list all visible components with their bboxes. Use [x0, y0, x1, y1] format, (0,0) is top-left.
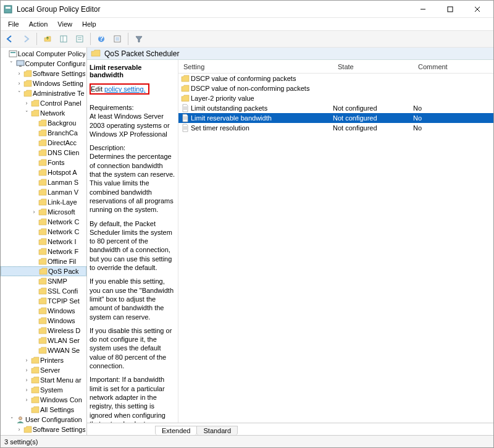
- tree-item[interactable]: ›Control Panel: [1, 98, 86, 108]
- close-button[interactable]: [464, 1, 491, 18]
- expand-icon[interactable]: ˅: [15, 90, 23, 96]
- help-button[interactable]: ?: [94, 32, 108, 46]
- list-row[interactable]: Layer-2 priority value: [178, 93, 493, 103]
- list-row[interactable]: DSCP value of conforming packets: [178, 74, 493, 83]
- cell-setting: DSCP value of conforming packets: [190, 75, 333, 82]
- tree-item[interactable]: SNMP: [1, 276, 86, 286]
- tree-item-label: Link-Laye: [48, 198, 77, 206]
- expand-icon[interactable]: ˅: [23, 110, 30, 116]
- expand-icon[interactable]: ›: [23, 377, 30, 383]
- tree-item[interactable]: Network C: [1, 227, 86, 237]
- tree-item[interactable]: ›Printers: [1, 355, 86, 365]
- folder-icon: [30, 366, 40, 374]
- list-row[interactable]: Set timer resolutionNot configuredNo: [178, 123, 493, 133]
- list-header: Setting State Comment: [178, 60, 493, 74]
- tree-item[interactable]: ›Windows Con: [1, 395, 86, 405]
- tree-item-label: DNS Clien: [48, 149, 79, 156]
- refresh-button[interactable]: [111, 32, 124, 46]
- menu-file[interactable]: File: [3, 19, 24, 29]
- tree-item[interactable]: ˅Computer Configura: [1, 59, 86, 69]
- tree-item[interactable]: Windows: [1, 316, 86, 326]
- menu-action[interactable]: Action: [24, 19, 53, 29]
- expand-icon[interactable]: ›: [15, 80, 23, 87]
- tree-item-label: SNMP: [48, 277, 67, 285]
- svg-rect-6: [61, 36, 67, 42]
- tree-item[interactable]: Lanman S: [1, 177, 86, 187]
- tab-standard[interactable]: Standard: [196, 426, 238, 435]
- tree-item[interactable]: All Settings: [1, 405, 86, 415]
- tab-extended[interactable]: Extended: [155, 426, 197, 435]
- tree-item[interactable]: Network F: [1, 247, 86, 256]
- expand-icon[interactable]: ›: [23, 357, 30, 363]
- expand-icon[interactable]: ›: [30, 209, 38, 215]
- menu-help[interactable]: Help: [77, 19, 101, 29]
- tree-item[interactable]: ›Start Menu ar: [1, 375, 86, 385]
- tree-item[interactable]: Network I: [1, 237, 86, 247]
- tree-item[interactable]: TCPIP Set: [1, 296, 86, 306]
- minimize-button[interactable]: [409, 1, 437, 18]
- tree-item[interactable]: Lanman V: [1, 187, 86, 197]
- expand-icon[interactable]: ›: [23, 387, 30, 393]
- cell-setting: Set timer resolution: [190, 124, 333, 132]
- tree-item[interactable]: ˅User Configuration: [1, 415, 86, 425]
- expand-icon[interactable]: ›: [23, 367, 30, 373]
- folder-icon: [38, 336, 48, 345]
- tree-item[interactable]: ›Windows Setting: [1, 78, 86, 88]
- tree-item[interactable]: ˅Administrative Te: [1, 88, 86, 98]
- tree-item[interactable]: Backgrou: [1, 118, 86, 128]
- edit-policy-link[interactable]: policy setting.: [104, 85, 146, 93]
- tree-item[interactable]: ›Software Settings: [1, 69, 86, 78]
- tree-item[interactable]: QoS Pack: [1, 266, 86, 276]
- tree-item[interactable]: Network C: [1, 217, 86, 227]
- toolbar-divider: [36, 33, 37, 45]
- back-button[interactable]: [3, 32, 17, 46]
- list-row[interactable]: DSCP value of non-conforming packets: [178, 83, 493, 93]
- tree-item[interactable]: Offline Fil: [1, 256, 86, 266]
- svg-rect-14: [115, 37, 119, 41]
- expand-icon[interactable]: ›: [15, 426, 23, 433]
- tree-item[interactable]: ›Microsoft: [1, 207, 86, 217]
- tree-item-label: Local Computer Policy: [18, 50, 85, 57]
- expand-icon[interactable]: ›: [23, 100, 30, 106]
- maximize-button[interactable]: [437, 1, 464, 18]
- folder-icon: [38, 267, 48, 276]
- tree-item[interactable]: Local Computer Policy: [1, 49, 86, 59]
- properties-button[interactable]: [73, 32, 86, 46]
- tree-item[interactable]: Windows: [1, 306, 86, 316]
- tree-item[interactable]: ›Software Settings: [1, 425, 86, 434]
- menu-view[interactable]: View: [52, 19, 77, 29]
- tree-item[interactable]: BranchCa: [1, 128, 86, 138]
- expand-icon[interactable]: ›: [15, 70, 23, 77]
- tree-item[interactable]: DNS Clien: [1, 148, 86, 158]
- tree-item[interactable]: Hotspot A: [1, 167, 86, 177]
- forward-button[interactable]: [19, 32, 33, 46]
- tree-item[interactable]: Link-Laye: [1, 197, 86, 207]
- tree-item[interactable]: WLAN Ser: [1, 336, 86, 345]
- titlebar: Local Group Policy Editor: [1, 1, 493, 18]
- tree-item[interactable]: WWAN Se: [1, 345, 86, 355]
- column-state[interactable]: State: [333, 60, 413, 73]
- tree-item[interactable]: ˅Network: [1, 108, 86, 118]
- tree-item-label: Backgrou: [48, 119, 76, 127]
- list-row[interactable]: Limit reservable bandwidthNot configured…: [178, 113, 493, 123]
- navigation-tree[interactable]: Local Computer Policy˅Computer Configura…: [1, 48, 87, 435]
- tree-item[interactable]: ›Server: [1, 365, 86, 375]
- list-row[interactable]: Limit outstanding packetsNot configuredN…: [178, 103, 493, 113]
- expand-icon[interactable]: ˅: [8, 61, 15, 67]
- tree-item-label: DirectAcc: [48, 139, 77, 146]
- column-setting[interactable]: Setting: [178, 60, 333, 73]
- svg-rect-16: [10, 52, 15, 53]
- expand-icon[interactable]: ›: [23, 397, 30, 403]
- up-button[interactable]: [41, 32, 54, 46]
- filter-button[interactable]: [132, 32, 146, 46]
- column-comment[interactable]: Comment: [413, 60, 493, 73]
- tree-item[interactable]: SSL Confi: [1, 286, 86, 296]
- tree-item[interactable]: ›System: [1, 385, 86, 395]
- expand-icon[interactable]: ˅: [8, 416, 15, 423]
- folder-icon: [30, 376, 40, 384]
- folder-icon: [23, 89, 33, 98]
- show-tree-button[interactable]: [57, 32, 70, 46]
- tree-item[interactable]: Fonts: [1, 158, 86, 167]
- tree-item[interactable]: Wireless D: [1, 326, 86, 336]
- tree-item[interactable]: DirectAcc: [1, 138, 86, 148]
